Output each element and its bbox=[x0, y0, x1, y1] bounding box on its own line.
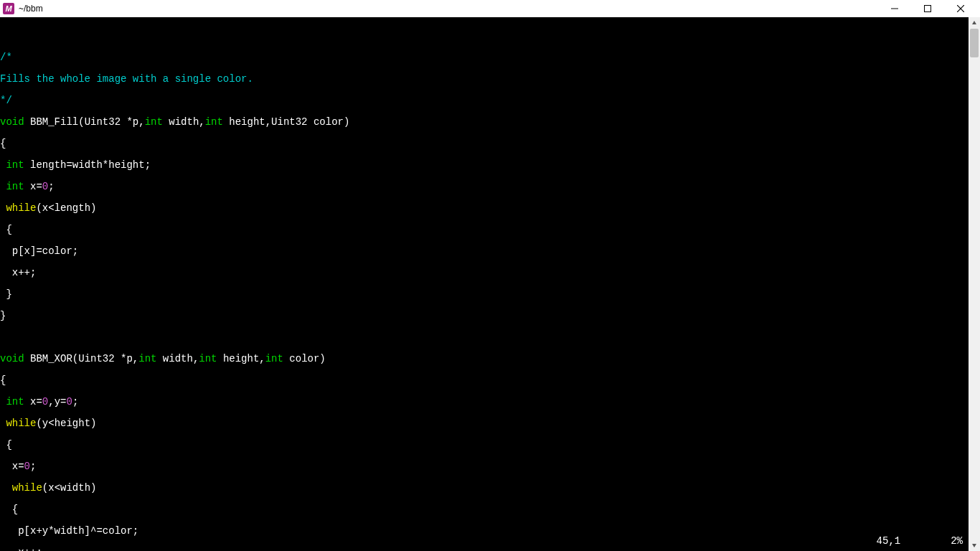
code-text: width, bbox=[163, 116, 205, 128]
kw-int: int bbox=[145, 116, 163, 128]
code-text: (x<width) bbox=[42, 482, 97, 494]
code-text: (Uint32 *p, bbox=[72, 353, 138, 364]
title-left: M ~/bbm bbox=[3, 3, 43, 14]
minimize-icon bbox=[891, 5, 898, 12]
num: 0 bbox=[42, 396, 48, 408]
vertical-scrollbar[interactable] bbox=[969, 17, 980, 551]
kw-while: while bbox=[6, 202, 36, 214]
maximize-button[interactable] bbox=[911, 0, 944, 17]
brace: { bbox=[0, 439, 12, 451]
close-button[interactable] bbox=[944, 0, 977, 17]
kw-void: void bbox=[0, 353, 24, 364]
svg-marker-4 bbox=[972, 21, 976, 24]
code-text: ,y= bbox=[48, 396, 66, 408]
kw-void: void bbox=[0, 116, 24, 128]
kw-int: int bbox=[6, 181, 24, 192]
code-text: (x<length) bbox=[36, 202, 96, 214]
code-text: ; bbox=[72, 396, 78, 408]
code-text: (y<height) bbox=[36, 418, 96, 429]
code-text: height,Uint32 color) bbox=[223, 116, 349, 128]
code-text: width, bbox=[156, 353, 199, 364]
brace: } bbox=[0, 288, 12, 300]
kw-while: while bbox=[12, 482, 42, 494]
brace: { bbox=[0, 138, 6, 149]
kw-int: int bbox=[6, 159, 24, 171]
code-text: x= bbox=[0, 461, 24, 472]
svg-marker-5 bbox=[972, 544, 976, 547]
title-bar: M ~/bbm bbox=[0, 0, 980, 17]
kw-int: int bbox=[6, 396, 24, 408]
kw-int: int bbox=[199, 353, 217, 364]
scroll-up-icon[interactable] bbox=[969, 17, 980, 29]
num: 0 bbox=[42, 181, 48, 192]
code-text: length=width*height; bbox=[24, 159, 151, 171]
comment-text: Fills the whole image with a single colo… bbox=[0, 73, 253, 85]
code-text bbox=[24, 116, 30, 128]
app-icon: M bbox=[3, 3, 14, 14]
editor-view[interactable]: /* Fills the whole image with a single c… bbox=[0, 17, 969, 551]
code-text: x= bbox=[24, 181, 42, 192]
svg-rect-1 bbox=[925, 6, 931, 12]
brace: { bbox=[0, 375, 6, 386]
code-text: ; bbox=[48, 181, 54, 192]
window-controls bbox=[878, 0, 977, 17]
brace: { bbox=[0, 224, 12, 235]
scroll-down-icon[interactable] bbox=[969, 540, 980, 551]
code-text: x++; bbox=[0, 547, 42, 551]
num: 0 bbox=[66, 396, 72, 408]
code-text: p[x+y*width]^=color; bbox=[0, 525, 138, 537]
brace: { bbox=[0, 504, 18, 515]
kw-while: while bbox=[6, 418, 36, 429]
maximize-icon bbox=[924, 5, 931, 12]
code-text: ; bbox=[30, 461, 36, 472]
num: 0 bbox=[24, 461, 30, 472]
comment-close: */ bbox=[0, 95, 12, 106]
code-text: x= bbox=[24, 396, 42, 408]
fn-name: BBM_Fill bbox=[30, 116, 78, 128]
code-text: x++; bbox=[0, 267, 36, 278]
kw-int: int bbox=[265, 353, 283, 364]
code-text: color) bbox=[283, 353, 326, 364]
code-text: p[x]=color; bbox=[0, 245, 78, 257]
scroll-percent: 2% bbox=[951, 535, 963, 547]
close-icon bbox=[957, 5, 964, 12]
code-text: height, bbox=[217, 353, 265, 364]
comment-open: /* bbox=[0, 52, 12, 63]
window-title: ~/bbm bbox=[19, 4, 43, 14]
status-bar: 45,1 2% bbox=[877, 535, 963, 547]
kw-int: int bbox=[138, 353, 156, 364]
minimize-button[interactable] bbox=[878, 0, 911, 17]
fn-name: BBM_XOR bbox=[30, 353, 72, 364]
cursor-position: 45,1 bbox=[877, 535, 901, 547]
code-text: (Uint32 *p, bbox=[78, 116, 144, 128]
kw-int: int bbox=[205, 116, 223, 128]
scroll-thumb[interactable] bbox=[970, 29, 979, 57]
brace: } bbox=[0, 310, 6, 321]
